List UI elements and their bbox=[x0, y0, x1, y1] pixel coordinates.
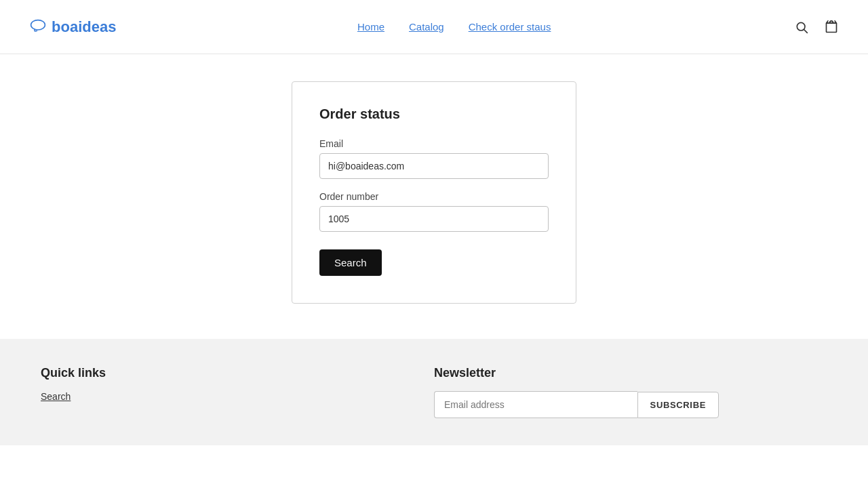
main-nav: Home Catalog Check order staus bbox=[357, 21, 551, 33]
logo-icon bbox=[27, 16, 49, 38]
svg-rect-3 bbox=[827, 23, 837, 32]
order-status-title: Order status bbox=[319, 106, 549, 122]
subscribe-button[interactable]: SUBSCRIBE bbox=[637, 392, 719, 418]
newsletter-email-input[interactable] bbox=[434, 391, 637, 418]
search-icon bbox=[795, 20, 808, 34]
newsletter-heading: Newsletter bbox=[434, 366, 827, 380]
site-footer: Quick links Search Newsletter SUBSCRIBE bbox=[0, 339, 868, 445]
cart-icon bbox=[825, 20, 838, 35]
site-header: boaideas Home Catalog Check order staus bbox=[0, 0, 868, 54]
order-status-card: Order status Email Order number Search bbox=[292, 81, 576, 304]
order-number-group: Order number bbox=[319, 191, 549, 232]
nav-catalog[interactable]: Catalog bbox=[409, 21, 444, 33]
newsletter-form: SUBSCRIBE bbox=[434, 391, 719, 418]
order-number-label: Order number bbox=[319, 191, 549, 202]
svg-point-0 bbox=[31, 20, 45, 29]
header-icons bbox=[792, 17, 841, 37]
cart-button[interactable] bbox=[822, 17, 841, 37]
search-button[interactable] bbox=[792, 18, 811, 37]
email-group: Email bbox=[319, 138, 549, 179]
main-content: Order status Email Order number Search bbox=[0, 54, 868, 339]
nav-home[interactable]: Home bbox=[357, 21, 384, 33]
site-logo[interactable]: boaideas bbox=[27, 16, 116, 38]
nav-check-order[interactable]: Check order staus bbox=[469, 21, 551, 33]
newsletter-section: Newsletter SUBSCRIBE bbox=[434, 366, 827, 418]
quick-links-heading: Quick links bbox=[41, 366, 434, 380]
search-submit-button[interactable]: Search bbox=[319, 249, 382, 276]
quick-links-section: Quick links Search bbox=[41, 366, 434, 418]
email-label: Email bbox=[319, 138, 549, 149]
logo-text: boaideas bbox=[52, 18, 116, 36]
email-input[interactable] bbox=[319, 153, 549, 179]
footer-search-link[interactable]: Search bbox=[41, 391, 71, 402]
order-number-input[interactable] bbox=[319, 206, 549, 232]
svg-line-2 bbox=[804, 29, 808, 33]
